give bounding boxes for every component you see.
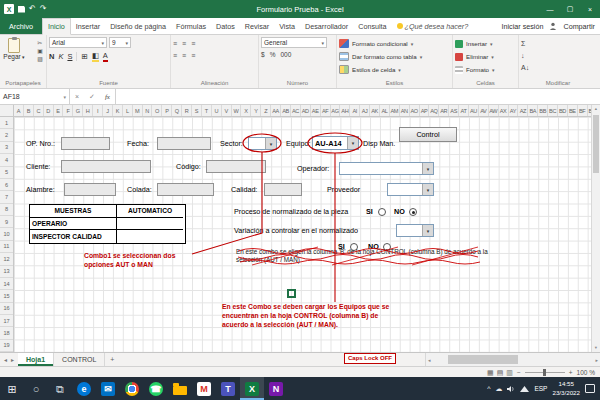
hidden-icons-caret[interactable]: ^: [487, 384, 490, 394]
row-header-8[interactable]: 8: [0, 204, 13, 216]
column-header-bd[interactable]: BD: [558, 105, 568, 116]
view-icon-2[interactable]: ▥: [506, 368, 513, 377]
colada-field[interactable]: [157, 183, 214, 196]
bold-button[interactable]: N: [49, 52, 54, 61]
row-header-17[interactable]: 17: [0, 315, 13, 327]
column-header-y[interactable]: Y: [251, 105, 261, 116]
align-top-icon[interactable]: ≡: [173, 40, 177, 47]
view-icon-1[interactable]: ▤: [497, 368, 504, 377]
column-header-az[interactable]: AZ: [518, 105, 528, 116]
column-header-q[interactable]: Q: [172, 105, 182, 116]
column-header-ac[interactable]: AC: [291, 105, 301, 116]
column-header-i[interactable]: I: [93, 105, 103, 116]
taskbar-outlook[interactable]: ✉: [96, 377, 120, 400]
row-header-14[interactable]: 14: [0, 278, 13, 290]
tab-inicio[interactable]: Inicio: [42, 18, 71, 35]
row-header-9[interactable]: 9: [0, 216, 13, 228]
column-header-m[interactable]: M: [133, 105, 143, 116]
vertical-scrollbar[interactable]: [591, 105, 600, 352]
column-header-ag[interactable]: AG: [331, 105, 341, 116]
column-header-p[interactable]: P: [162, 105, 172, 116]
sheet-nav-right-icon[interactable]: ▸: [11, 356, 14, 363]
column-header-af[interactable]: AF: [321, 105, 331, 116]
align-bottom-icon[interactable]: ≡: [191, 40, 195, 47]
active-cell-selection[interactable]: [287, 289, 296, 298]
column-header-ba[interactable]: BA: [528, 105, 538, 116]
column-header-ar[interactable]: AR: [439, 105, 449, 116]
sheet-tab-control[interactable]: CONTROL: [54, 353, 105, 366]
font-color-button[interactable]: A: [103, 51, 108, 62]
align-middle-icon[interactable]: ≡: [182, 40, 186, 47]
column-header-g[interactable]: G: [73, 105, 83, 116]
row-header-6[interactable]: 6: [0, 179, 13, 191]
column-header-c[interactable]: C: [34, 105, 44, 116]
fill-color-button[interactable]: ◧: [92, 51, 99, 62]
column-header-an[interactable]: AN: [400, 105, 410, 116]
view-icon-0[interactable]: ▦: [487, 368, 494, 377]
hscroll-right-icon[interactable]: [595, 357, 598, 363]
column-header-ap[interactable]: AP: [420, 105, 430, 116]
font-size-select[interactable]: 9: [109, 37, 131, 48]
no-radio-1[interactable]: [409, 208, 417, 216]
enter-icon[interactable]: ✓: [89, 93, 95, 101]
column-header-f[interactable]: F: [63, 105, 73, 116]
column-header-bb[interactable]: BB: [538, 105, 548, 116]
save-icon[interactable]: [18, 6, 25, 13]
horizontal-scrollbar[interactable]: [425, 353, 600, 366]
row-header-19[interactable]: 19: [0, 340, 13, 352]
cliente-field[interactable]: [61, 160, 151, 173]
column-header-ak[interactable]: AK: [370, 105, 380, 116]
column-header-aq[interactable]: AQ: [429, 105, 439, 116]
alambre-field[interactable]: [64, 183, 116, 196]
column-header-s[interactable]: S: [192, 105, 202, 116]
styles-button-estilos-de-celda[interactable]: Estilos de celda▾: [339, 63, 450, 76]
zoom-level[interactable]: 100 %: [577, 369, 595, 376]
undo-icon[interactable]: ↶: [29, 5, 36, 13]
format-painter-icon[interactable]: ▨: [37, 56, 43, 62]
row-header-3[interactable]: 3: [0, 142, 13, 154]
row-header-5[interactable]: 5: [0, 167, 13, 179]
column-header-v[interactable]: V: [222, 105, 232, 116]
fill-icon[interactable]: ↓: [521, 50, 595, 61]
muestras-row-value[interactable]: [117, 218, 183, 231]
tab-desarrollador[interactable]: Desarrollador: [300, 18, 353, 34]
proveedor-combo[interactable]: [387, 183, 434, 196]
copy-icon[interactable]: ▣: [37, 48, 43, 54]
percent-format-icon[interactable]: %: [270, 51, 276, 58]
column-header-o[interactable]: O: [152, 105, 162, 116]
column-header-aw[interactable]: AW: [489, 105, 499, 116]
row-header-1[interactable]: 1: [0, 117, 13, 129]
column-header-ad[interactable]: AD: [301, 105, 311, 116]
align-left-icon[interactable]: ≡: [173, 52, 177, 59]
autosum-icon[interactable]: Σ: [521, 38, 595, 49]
borders-button[interactable]: ⊞: [81, 52, 87, 61]
si-radio-1[interactable]: [378, 208, 386, 216]
column-header-w[interactable]: W: [232, 105, 242, 116]
column-header-aj[interactable]: AJ: [360, 105, 370, 116]
formula-input[interactable]: [116, 89, 600, 104]
row-header-12[interactable]: 12: [0, 253, 13, 265]
equipo-combo[interactable]: AU-A14: [312, 136, 359, 150]
cancel-icon[interactable]: ×: [75, 93, 79, 100]
volume-icon[interactable]: [507, 385, 515, 393]
column-header-au[interactable]: AU: [469, 105, 479, 116]
network-icon[interactable]: [520, 385, 529, 393]
column-header-x[interactable]: X: [241, 105, 251, 116]
column-header-ai[interactable]: AI: [350, 105, 360, 116]
taskbar-onenote[interactable]: N: [264, 377, 288, 400]
fecha-field[interactable]: [157, 137, 211, 150]
align-right-icon[interactable]: ≡: [191, 52, 195, 59]
column-header-bf[interactable]: BF: [578, 105, 588, 116]
column-header-ab[interactable]: AB: [281, 105, 291, 116]
taskbar-start[interactable]: ⊞: [0, 377, 24, 400]
tab-insertar[interactable]: Insertar: [71, 18, 105, 34]
action-center-icon[interactable]: [585, 384, 595, 393]
align-center-icon[interactable]: ≡: [182, 52, 186, 59]
taskbar-excel[interactable]: X: [240, 377, 264, 400]
column-header-ay[interactable]: AY: [509, 105, 519, 116]
insert-function-icon[interactable]: fx: [105, 93, 110, 101]
cut-icon[interactable]: ✂: [37, 40, 43, 46]
taskbar-chrome[interactable]: [120, 377, 144, 400]
taskbar-file-explorer[interactable]: [168, 377, 192, 400]
row-header-11[interactable]: 11: [0, 241, 13, 253]
